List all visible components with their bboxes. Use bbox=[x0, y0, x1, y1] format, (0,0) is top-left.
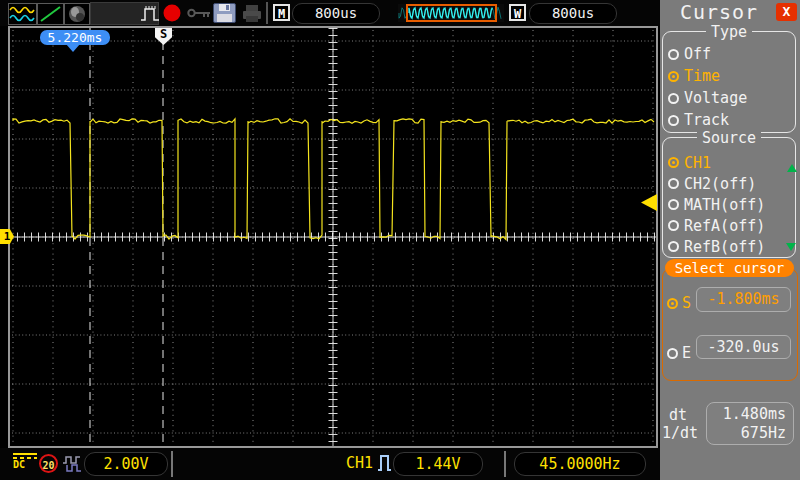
inv-dt-value: 675Hz bbox=[707, 424, 786, 443]
source-option-refa[interactable]: RefA(off) bbox=[663, 215, 795, 236]
pulse-icon bbox=[140, 4, 161, 22]
print-icon[interactable] bbox=[241, 4, 263, 23]
dt-readout: 1.480ms 675Hz bbox=[706, 402, 794, 445]
inv-dt-label: 1/dt bbox=[662, 424, 698, 442]
cursor-e-value: -320.0us bbox=[696, 335, 791, 359]
trigger-frequency-value: 45.0000Hz bbox=[514, 452, 646, 476]
status-bar: DC 20 2.00V CH1 1.44V 45.0000Hz bbox=[0, 448, 660, 480]
main-timebase-label: M bbox=[273, 4, 290, 21]
bandwidth-limit-icon[interactable]: 20 bbox=[39, 454, 58, 473]
radio-selected-icon bbox=[667, 298, 678, 309]
scroll-down-icon[interactable] bbox=[786, 243, 796, 251]
radio-icon bbox=[668, 178, 679, 189]
waveform-display-area: 5.220ms S bbox=[8, 26, 658, 448]
dt-label: dt bbox=[669, 406, 687, 424]
window-timebase-label: W bbox=[509, 4, 526, 21]
statusbar-divider bbox=[171, 451, 173, 477]
radio-icon bbox=[667, 348, 678, 359]
cursor-e-label: E bbox=[682, 344, 691, 362]
option-label: MATH(off) bbox=[684, 196, 765, 214]
volts-per-div-value[interactable]: 2.00V bbox=[84, 452, 168, 476]
save-icon[interactable] bbox=[213, 3, 236, 23]
cursor-s-value: -1.800ms bbox=[696, 287, 791, 312]
menu-title: Cursor bbox=[660, 0, 778, 24]
option-label: Track bbox=[684, 111, 729, 129]
display-waves-icon[interactable] bbox=[8, 3, 37, 25]
radio-icon bbox=[668, 220, 679, 231]
option-label: RefB(off) bbox=[684, 238, 765, 256]
source-option-math[interactable]: MATH(off) bbox=[663, 194, 795, 215]
type-option-track[interactable]: Track bbox=[663, 109, 795, 131]
dt-value: 1.480ms bbox=[707, 405, 786, 424]
cursor-s-label: S bbox=[682, 294, 691, 312]
option-label: CH2(off) bbox=[684, 175, 756, 193]
trigger-slope-icon bbox=[377, 453, 392, 472]
radio-selected-icon bbox=[668, 157, 679, 168]
cursor-s-row[interactable]: S bbox=[667, 294, 691, 312]
trigger-level-value[interactable]: 1.44V bbox=[393, 452, 483, 476]
cursor-menu-panel: Cursor X Type Off Time Voltage Track Sou… bbox=[660, 0, 800, 480]
square-wave-icon[interactable] bbox=[62, 455, 85, 473]
main-timebase-value[interactable]: 800us bbox=[292, 3, 380, 24]
cursor-values-section bbox=[662, 268, 798, 381]
radio-icon bbox=[668, 199, 679, 210]
type-section-title: Type bbox=[706, 23, 752, 41]
source-option-ch2[interactable]: CH2(off) bbox=[663, 173, 795, 194]
option-label: CH1 bbox=[684, 154, 711, 172]
record-icon[interactable] bbox=[163, 4, 181, 22]
scroll-up-icon[interactable] bbox=[787, 164, 797, 172]
close-icon[interactable]: X bbox=[776, 3, 797, 21]
snapshot-icon[interactable] bbox=[64, 3, 90, 25]
trigger-source-label: CH1 bbox=[346, 454, 373, 472]
utility-line-icon[interactable] bbox=[37, 3, 64, 25]
source-section: Source CH1 CH2(off) MATH(off) RefA(off) … bbox=[662, 137, 796, 258]
option-label: Off bbox=[684, 45, 711, 63]
statusbar-divider-2 bbox=[504, 451, 506, 477]
radio-selected-icon bbox=[668, 71, 679, 82]
type-option-off[interactable]: Off bbox=[663, 43, 795, 65]
oscilloscope-screen: M 800us W 800us 5.220ms S 1 DC 20 2.00V … bbox=[0, 0, 800, 480]
source-option-refb[interactable]: RefB(off) bbox=[663, 236, 795, 257]
position-pointer-icon bbox=[66, 44, 80, 52]
option-label: Time bbox=[684, 67, 720, 85]
horizontal-position-label: 5.220ms bbox=[40, 30, 110, 45]
option-label: RefA(off) bbox=[684, 217, 765, 235]
source-option-ch1[interactable]: CH1 bbox=[663, 152, 795, 173]
horizontal-window-preview[interactable] bbox=[398, 4, 504, 22]
key-icon[interactable] bbox=[187, 8, 212, 18]
type-section: Type Off Time Voltage Track bbox=[662, 31, 796, 133]
radio-icon bbox=[668, 115, 679, 126]
top-toolbar: M 800us W 800us bbox=[0, 0, 660, 26]
radio-icon bbox=[668, 93, 679, 104]
select-cursor-button[interactable]: Select cursor bbox=[665, 259, 794, 277]
window-timebase-value[interactable]: 800us bbox=[529, 3, 617, 24]
coupling-dc-icon[interactable]: DC bbox=[13, 453, 37, 471]
radio-icon bbox=[668, 241, 679, 252]
toolbar-divider bbox=[266, 2, 268, 24]
option-label: Voltage bbox=[684, 89, 747, 107]
graticule-and-trace bbox=[10, 28, 656, 446]
cursor-e-row[interactable]: E bbox=[667, 344, 691, 362]
type-option-time[interactable]: Time bbox=[663, 65, 795, 87]
type-option-voltage[interactable]: Voltage bbox=[663, 87, 795, 109]
radio-icon bbox=[668, 49, 679, 60]
